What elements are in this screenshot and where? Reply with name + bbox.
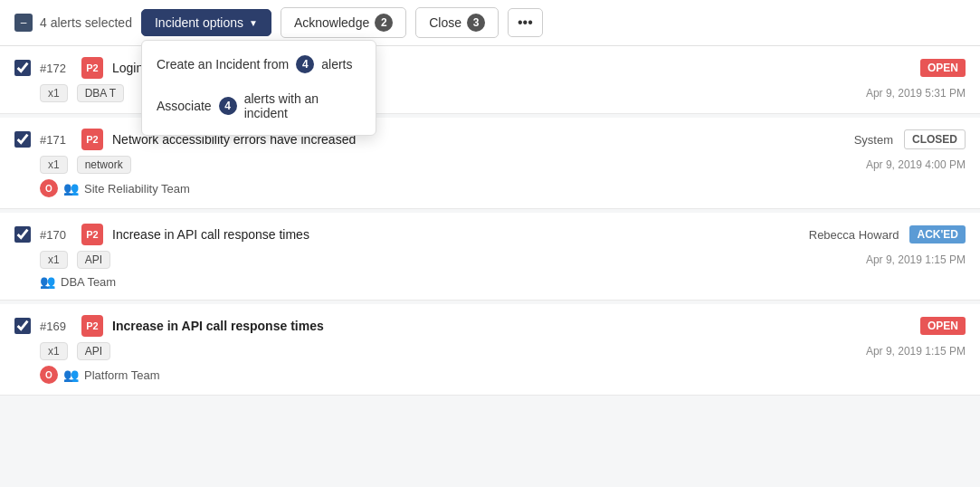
alert-171-checkbox[interactable] bbox=[14, 131, 31, 148]
alert-169-timestamp: Apr 9, 2019 1:15 PM bbox=[866, 345, 966, 358]
alert-169-avatar: O bbox=[40, 366, 58, 384]
alert-172-id: #172 bbox=[40, 62, 72, 75]
alert-170-main-line: #170 P2 Increase in API call response ti… bbox=[14, 224, 966, 245]
alert-171-right: System CLOSED bbox=[854, 129, 966, 149]
toolbar-left: – 4 alerts selected bbox=[14, 14, 132, 32]
associate-label-before: Associate bbox=[157, 99, 212, 113]
alert-row: #170 P2 Increase in API call response ti… bbox=[0, 213, 980, 301]
create-incident-count: 4 bbox=[296, 55, 314, 73]
alert-169-id: #169 bbox=[40, 320, 72, 333]
acknowledge-count: 2 bbox=[375, 14, 393, 32]
alert-169-tag: API bbox=[77, 342, 110, 360]
alert-169-status: OPEN bbox=[920, 317, 966, 335]
alert-170-timestamp: Apr 9, 2019 1:15 PM bbox=[866, 253, 966, 266]
alerts-selected-label: 4 alerts selected bbox=[40, 15, 132, 30]
alert-169-priority: P2 bbox=[81, 315, 103, 337]
alert-170-title: Increase in API call response times bbox=[112, 227, 800, 242]
alert-171-assignee: System bbox=[854, 133, 893, 147]
alert-172-tag: DBA T bbox=[77, 84, 124, 102]
alert-171-tag: network bbox=[77, 156, 131, 174]
associate-label-after: alerts with an incident bbox=[244, 91, 361, 120]
alert-170-right: Rebecca Howard ACK'ED bbox=[809, 225, 966, 244]
alert-row: #169 P2 Increase in API call response ti… bbox=[0, 304, 980, 396]
acknowledge-button[interactable]: Acknowledge 2 bbox=[281, 7, 406, 38]
incident-options-label: Incident options bbox=[155, 15, 243, 30]
alert-169-meta: x1 API Apr 9, 2019 1:15 PM bbox=[14, 342, 966, 360]
alert-169-main-line: #169 P2 Increase in API call response ti… bbox=[14, 315, 966, 337]
alert-172-timestamp: Apr 9, 2019 5:31 PM bbox=[866, 87, 966, 100]
alert-172-priority: P2 bbox=[81, 57, 103, 79]
alert-172-status: OPEN bbox=[920, 59, 966, 77]
incident-options-button[interactable]: Incident options ▼ bbox=[141, 9, 271, 36]
alert-171-priority: P2 bbox=[81, 129, 103, 150]
close-count: 3 bbox=[467, 14, 485, 32]
alert-169-right: OPEN bbox=[920, 317, 966, 335]
alert-171-status: CLOSED bbox=[904, 129, 966, 149]
alert-169-count: x1 bbox=[40, 342, 68, 360]
alert-170-count: x1 bbox=[40, 251, 68, 269]
alert-171-team: Site Reliability Team bbox=[84, 182, 190, 196]
team-icon: 👥 bbox=[63, 368, 79, 382]
alert-172-right: OPEN bbox=[920, 59, 966, 77]
alert-171-timestamp: Apr 9, 2019 4:00 PM bbox=[866, 158, 966, 171]
alert-172-count: x1 bbox=[40, 84, 68, 102]
alert-170-team-line: 👥 DBA Team bbox=[14, 274, 966, 289]
alert-169-team-line: O 👥 Platform Team bbox=[14, 366, 966, 384]
alert-170-status: ACK'ED bbox=[909, 225, 966, 244]
more-options-button[interactable]: ••• bbox=[508, 8, 543, 37]
acknowledge-label: Acknowledge bbox=[294, 15, 369, 30]
alert-171-count: x1 bbox=[40, 156, 68, 174]
alert-169-team: Platform Team bbox=[84, 368, 160, 382]
incident-options-dropdown[interactable]: Incident options ▼ Create an Incident fr… bbox=[141, 9, 271, 36]
alert-169-title: Increase in API call response times bbox=[112, 319, 911, 333]
incident-options-menu: Create an Incident from 4 alerts Associa… bbox=[141, 40, 376, 136]
associate-incident-item[interactable]: Associate 4 alerts with an incident bbox=[142, 82, 376, 129]
alert-171-meta: x1 network Apr 9, 2019 4:00 PM bbox=[14, 156, 966, 174]
alert-170-id: #170 bbox=[40, 228, 72, 242]
toolbar: – 4 alerts selected Incident options ▼ C… bbox=[0, 0, 980, 46]
alert-171-team-line: O 👥 Site Reliability Team bbox=[14, 179, 966, 197]
alert-170-priority: P2 bbox=[81, 224, 103, 245]
alert-172-checkbox[interactable] bbox=[14, 60, 31, 76]
chevron-down-icon: ▼ bbox=[249, 18, 258, 28]
close-label: Close bbox=[429, 15, 461, 30]
alert-170-meta: x1 API Apr 9, 2019 1:15 PM bbox=[14, 251, 966, 269]
team-icon: 👥 bbox=[63, 181, 79, 196]
alert-171-id: #171 bbox=[40, 133, 72, 147]
close-button[interactable]: Close 3 bbox=[415, 7, 499, 38]
associate-count: 4 bbox=[219, 97, 237, 115]
alert-169-checkbox[interactable] bbox=[14, 318, 31, 334]
more-icon: ••• bbox=[518, 14, 533, 30]
alert-171-avatar: O bbox=[40, 179, 58, 197]
alert-170-team: DBA Team bbox=[61, 275, 116, 289]
create-incident-label-before: Create an Incident from bbox=[157, 57, 289, 72]
create-incident-label-after: alerts bbox=[321, 57, 352, 72]
alert-170-checkbox[interactable] bbox=[14, 226, 31, 243]
deselect-icon[interactable]: – bbox=[14, 14, 33, 32]
team-icon: 👥 bbox=[40, 274, 55, 289]
alert-170-assignee: Rebecca Howard bbox=[809, 228, 899, 242]
alert-170-tag: API bbox=[77, 251, 110, 269]
create-incident-item[interactable]: Create an Incident from 4 alerts bbox=[142, 46, 376, 82]
